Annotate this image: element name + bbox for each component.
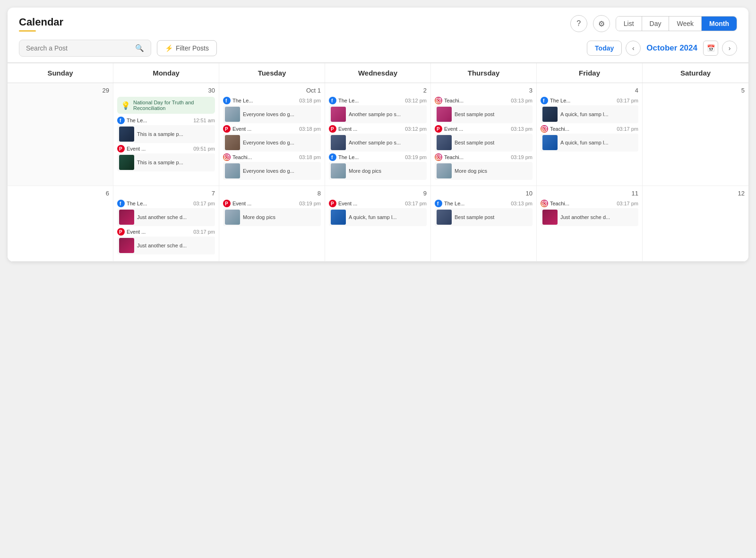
event-thumbnail [119,238,134,253]
event-item[interactable]: fThe Le...03:17 pmA quick, fun samp l... [541,97,638,123]
social-pinterest-icon: P [435,125,442,133]
event-text: A quick, fun samp l... [560,111,609,118]
header: Calendar ? ⚙ List Day Week Month 🔍 [8,8,748,63]
event-text: More dog pics [243,214,275,220]
svg-point-28 [545,202,546,203]
event-item[interactable]: fThe Le...03:12 pmAnother sample po s... [329,97,427,123]
event-account: Teachi... [550,201,615,206]
filter-posts-button[interactable]: ⚡ Filter Posts [157,40,217,56]
event-text: Another sample po s... [349,111,401,118]
day-cell: Oct 1fThe Le...03:18 pmEveryone loves do… [219,83,325,186]
social-instagram-icon [223,153,231,161]
event-preview: Best sample post [435,208,533,226]
svg-text:P: P [225,201,228,206]
day-number: 12 [646,190,745,197]
event-text: More dog pics [455,168,487,174]
event-item[interactable]: fThe Le...12:51 amThis is a sample p... [117,117,215,143]
event-time: 03:17 pm [617,126,638,132]
event-preview: Everyone loves do g... [223,162,321,180]
event-text: A quick, fun samp l... [560,139,609,146]
event-header: Teachi...03:17 pm [541,125,638,133]
prev-month-button[interactable]: ‹ [626,41,641,56]
svg-text:P: P [331,127,334,131]
event-account: The Le... [444,201,509,206]
social-pinterest-icon: P [117,228,125,236]
event-item[interactable]: Teachi...03:19 pmMore dog pics [435,153,533,180]
event-item[interactable]: PEvent ...03:17 pmA quick, fun samp l... [329,200,427,226]
settings-button[interactable]: ⚙ [593,15,610,32]
next-month-button[interactable]: › [722,41,737,56]
event-header: fThe Le...03:12 pm [329,97,427,104]
event-account: The Le... [127,201,191,206]
view-day-button[interactable]: Day [642,17,670,31]
holiday-event[interactable]: 💡National Day for Truth and Reconciliati… [117,97,215,114]
event-account: Event ... [338,201,403,206]
day-number: 11 [541,190,638,197]
event-time: 03:19 pm [511,154,533,160]
event-header: fThe Le...03:17 pm [541,97,638,104]
event-thumbnail [331,107,346,122]
event-item[interactable]: fThe Le...03:18 pmEveryone loves do g... [223,97,321,123]
event-time: 03:19 pm [299,201,321,206]
today-button[interactable]: Today [587,41,622,56]
event-preview: Just another sche d... [541,208,638,226]
event-item[interactable]: PEvent ...09:51 pmThis is a sample p... [117,145,215,171]
event-item[interactable]: fThe Le...03:17 pmJust another sche d... [117,200,215,226]
event-item[interactable]: Teachi...03:17 pmA quick, fun samp l... [541,125,638,152]
day-cell: 7fThe Le...03:17 pmJust another sche d..… [113,186,219,262]
event-account: Event ... [444,126,509,132]
event-text: Everyone loves do g... [243,168,294,174]
event-item[interactable]: PEvent ...03:18 pmEveryone loves do g... [223,125,321,152]
event-item[interactable]: Teachi...03:17 pmJust another sche d... [541,200,638,226]
event-item[interactable]: PEvent ...03:19 pmMore dog pics [223,200,321,226]
event-header: PEvent ...03:12 pm [329,125,427,133]
event-text: This is a sample p... [137,131,183,137]
event-item[interactable]: PEvent ...03:12 pmAnother sample po s... [329,125,427,152]
event-item[interactable]: fThe Le...03:13 pmBest sample post [435,200,533,226]
svg-point-27 [543,203,546,205]
event-item[interactable]: Teachi...03:18 pmEveryone loves do g... [223,153,321,180]
event-time: 03:13 pm [511,201,533,206]
event-time: 03:17 pm [193,229,215,235]
search-bar[interactable]: 🔍 [19,40,151,57]
event-item[interactable]: PEvent ...03:17 pmJust another sche d... [117,228,215,254]
event-thumbnail [119,127,134,142]
help-button[interactable]: ? [570,15,587,32]
event-account: Event ... [232,126,297,132]
view-list-button[interactable]: List [616,17,642,31]
svg-text:P: P [225,127,228,131]
day-cell: 9PEvent ...03:17 pmA quick, fun samp l..… [325,186,431,262]
calendar: Sunday Monday Tuesday Wednesday Thursday… [8,63,748,262]
event-thumbnail [437,163,452,178]
header-friday: Friday [537,63,643,83]
header-top: Calendar ? ⚙ List Day Week Month [19,15,737,32]
event-account: The Le... [338,98,403,103]
svg-point-6 [228,155,229,156]
event-preview: A quick, fun samp l... [541,134,638,152]
social-facebook-icon: f [541,97,548,104]
event-thumbnail [437,107,452,122]
view-month-button[interactable]: Month [702,17,737,31]
header-wednesday: Wednesday [325,63,431,83]
event-preview: This is a sample p... [117,153,215,171]
day-number: Oct 1 [223,87,321,94]
event-preview: More dog pics [435,162,533,180]
event-account: Event ... [232,201,297,206]
header-tuesday: Tuesday [219,63,325,83]
calendar-picker-button[interactable]: 📅 [703,41,718,56]
event-time: 09:51 pm [193,146,215,152]
event-time: 03:17 pm [617,201,638,206]
day-number: 4 [541,87,638,94]
day-number: 2 [329,87,427,94]
event-text: Just another sche d... [137,214,187,220]
header-saturday: Saturday [643,63,748,83]
search-input[interactable] [26,44,131,52]
event-item[interactable]: fThe Le...03:19 pmMore dog pics [329,153,427,180]
day-number: 6 [11,190,109,197]
view-week-button[interactable]: Week [669,17,702,31]
svg-text:f: f [120,118,121,123]
event-item[interactable]: Teachi...03:13 pmBest sample post [435,97,533,123]
day-cell: 10fThe Le...03:13 pmBest sample post [431,186,537,262]
day-cell: 8PEvent ...03:19 pmMore dog pics [219,186,325,262]
event-item[interactable]: PEvent ...03:13 pmBest sample post [435,125,533,152]
